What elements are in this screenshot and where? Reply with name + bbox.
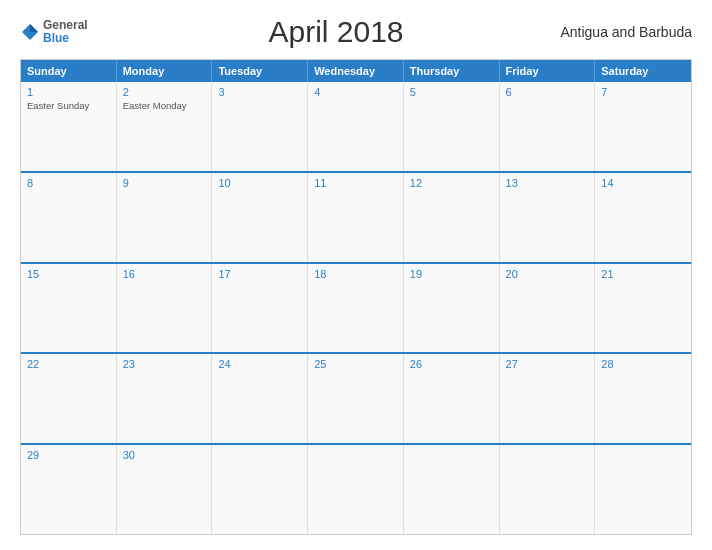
day-cell: 22 xyxy=(21,354,117,443)
day-number: 25 xyxy=(314,358,397,370)
day-cell: 1Easter Sunday xyxy=(21,82,117,171)
week-row-1: 1Easter Sunday2Easter Monday34567 xyxy=(21,82,691,171)
day-cell: 17 xyxy=(212,264,308,353)
day-number: 3 xyxy=(218,86,301,98)
day-number: 18 xyxy=(314,268,397,280)
day-number: 24 xyxy=(218,358,301,370)
day-number: 28 xyxy=(601,358,685,370)
day-cell: 12 xyxy=(404,173,500,262)
day-number: 17 xyxy=(218,268,301,280)
day-number: 22 xyxy=(27,358,110,370)
day-number: 21 xyxy=(601,268,685,280)
logo-blue: Blue xyxy=(43,32,88,45)
day-cell: 19 xyxy=(404,264,500,353)
day-header-friday: Friday xyxy=(500,60,596,82)
day-cell: 7 xyxy=(595,82,691,171)
day-headers-row: SundayMondayTuesdayWednesdayThursdayFrid… xyxy=(21,60,691,82)
day-number: 6 xyxy=(506,86,589,98)
day-header-sunday: Sunday xyxy=(21,60,117,82)
day-cell: 23 xyxy=(117,354,213,443)
day-cell xyxy=(308,445,404,534)
svg-marker-1 xyxy=(30,24,38,32)
day-header-saturday: Saturday xyxy=(595,60,691,82)
day-cell: 24 xyxy=(212,354,308,443)
holiday-name: Easter Sunday xyxy=(27,100,110,111)
day-cell: 28 xyxy=(595,354,691,443)
day-number: 23 xyxy=(123,358,206,370)
day-cell: 14 xyxy=(595,173,691,262)
day-number: 26 xyxy=(410,358,493,370)
day-number: 16 xyxy=(123,268,206,280)
day-cell: 11 xyxy=(308,173,404,262)
day-number: 4 xyxy=(314,86,397,98)
day-cell: 9 xyxy=(117,173,213,262)
day-cell: 30 xyxy=(117,445,213,534)
calendar-grid: SundayMondayTuesdayWednesdayThursdayFrid… xyxy=(20,59,692,535)
calendar-header: General Blue April 2018 Antigua and Barb… xyxy=(20,15,692,49)
day-header-thursday: Thursday xyxy=(404,60,500,82)
day-header-monday: Monday xyxy=(117,60,213,82)
holiday-name: Easter Monday xyxy=(123,100,206,111)
country-name: Antigua and Barbuda xyxy=(532,24,692,40)
day-cell: 18 xyxy=(308,264,404,353)
calendar-page: General Blue April 2018 Antigua and Barb… xyxy=(0,0,712,550)
day-number: 12 xyxy=(410,177,493,189)
day-number: 20 xyxy=(506,268,589,280)
day-number: 14 xyxy=(601,177,685,189)
day-cell: 2Easter Monday xyxy=(117,82,213,171)
day-cell: 25 xyxy=(308,354,404,443)
day-cell: 21 xyxy=(595,264,691,353)
calendar-weeks: 1Easter Sunday2Easter Monday345678910111… xyxy=(21,82,691,534)
day-cell: 20 xyxy=(500,264,596,353)
week-row-5: 2930 xyxy=(21,443,691,534)
day-cell: 27 xyxy=(500,354,596,443)
logo-text: General Blue xyxy=(43,19,88,45)
day-cell: 16 xyxy=(117,264,213,353)
day-cell xyxy=(595,445,691,534)
day-header-tuesday: Tuesday xyxy=(212,60,308,82)
day-number: 1 xyxy=(27,86,110,98)
day-cell: 13 xyxy=(500,173,596,262)
day-cell: 26 xyxy=(404,354,500,443)
day-number: 13 xyxy=(506,177,589,189)
day-cell: 8 xyxy=(21,173,117,262)
day-number: 2 xyxy=(123,86,206,98)
day-header-wednesday: Wednesday xyxy=(308,60,404,82)
logo: General Blue xyxy=(20,19,140,45)
day-cell xyxy=(404,445,500,534)
day-cell xyxy=(500,445,596,534)
week-row-2: 891011121314 xyxy=(21,171,691,262)
day-number: 29 xyxy=(27,449,110,461)
day-cell: 4 xyxy=(308,82,404,171)
day-number: 11 xyxy=(314,177,397,189)
week-row-4: 22232425262728 xyxy=(21,352,691,443)
logo-icon xyxy=(20,22,40,42)
day-number: 15 xyxy=(27,268,110,280)
day-number: 19 xyxy=(410,268,493,280)
day-number: 27 xyxy=(506,358,589,370)
day-cell: 3 xyxy=(212,82,308,171)
day-cell: 29 xyxy=(21,445,117,534)
day-cell: 6 xyxy=(500,82,596,171)
day-cell xyxy=(212,445,308,534)
day-number: 8 xyxy=(27,177,110,189)
day-cell: 10 xyxy=(212,173,308,262)
month-title: April 2018 xyxy=(140,15,532,49)
day-number: 9 xyxy=(123,177,206,189)
day-number: 30 xyxy=(123,449,206,461)
day-number: 5 xyxy=(410,86,493,98)
week-row-3: 15161718192021 xyxy=(21,262,691,353)
day-number: 7 xyxy=(601,86,685,98)
day-number: 10 xyxy=(218,177,301,189)
day-cell: 5 xyxy=(404,82,500,171)
day-cell: 15 xyxy=(21,264,117,353)
